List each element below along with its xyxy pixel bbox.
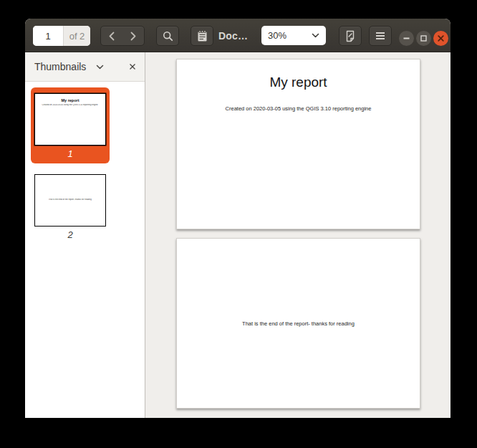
report-subtitle: Created on 2020-03-05 using the QGIS 3.1… — [177, 105, 420, 112]
annotations-button[interactable] — [191, 26, 213, 46]
header-bar: of 2 — [25, 19, 450, 52]
document-viewer-window: of 2 — [25, 19, 450, 418]
thumbnail-list: My report Created on 2020-03-05 using th… — [25, 82, 145, 240]
sidebar-mode-label[interactable]: Thumbnails — [34, 61, 86, 72]
page-number-input[interactable] — [33, 26, 63, 46]
search-button[interactable] — [156, 26, 179, 46]
thumbnail-page-2-number: 2 — [31, 229, 110, 240]
thumbnails-sidebar: Thumbnails My report Created on 2020-03-… — [25, 52, 145, 418]
close-sidebar-icon — [129, 63, 136, 70]
page-note-icon — [345, 30, 355, 42]
report-title: My report — [177, 75, 420, 90]
sidebar-header: Thumbnails — [25, 52, 145, 82]
page-total-label: of 2 — [63, 26, 90, 46]
previous-page-button[interactable] — [101, 27, 122, 45]
document-page-1: My report Created on 2020-03-05 using th… — [176, 59, 420, 229]
thumbnail-page-2-body: That is the end of the report- thanks fo… — [49, 199, 92, 201]
sidebar-mode-chevron-down-icon[interactable] — [96, 65, 104, 70]
menu-button[interactable] — [369, 26, 392, 46]
minimize-button[interactable] — [399, 31, 414, 46]
thumbnail-page-2-preview: That is the end of the report- thanks fo… — [34, 174, 106, 227]
search-icon — [163, 31, 173, 42]
thumbnail-page-1-subtitle: Created on 2020-03-05 using the QGIS 3.1… — [42, 104, 98, 106]
page-nav-group — [100, 26, 145, 46]
close-button[interactable] — [433, 31, 448, 46]
notepad-icon — [197, 30, 208, 42]
chevron-right-icon — [130, 32, 136, 41]
report-closing-text: That is the end of the report- thanks fo… — [242, 320, 355, 327]
minimize-icon — [403, 37, 410, 39]
page-selector: of 2 — [33, 26, 90, 46]
page-annotate-button[interactable] — [339, 26, 362, 46]
thumbnail-page-1-title: My report — [35, 98, 105, 103]
maximize-icon — [420, 35, 427, 42]
close-icon — [438, 35, 444, 42]
zoom-level-select[interactable]: 30% — [261, 26, 326, 45]
thumbnail-page-1-number: 1 — [31, 148, 110, 159]
zoom-level-value: 30% — [268, 30, 312, 41]
window-title: Doc… — [218, 19, 248, 52]
sidebar-close-button[interactable] — [129, 63, 136, 70]
chevron-left-icon — [109, 32, 115, 41]
chevron-down-icon — [312, 33, 319, 38]
thumbnail-page-2[interactable]: That is the end of the report- thanks fo… — [31, 168, 110, 240]
thumbnail-page-1-preview: My report Created on 2020-03-05 using th… — [34, 93, 106, 146]
document-view[interactable]: My report Created on 2020-03-05 using th… — [146, 52, 450, 418]
next-page-button[interactable] — [122, 27, 144, 45]
document-page-2: That is the end of the report- thanks fo… — [176, 238, 420, 409]
maximize-button[interactable] — [416, 31, 431, 46]
hamburger-menu-icon — [375, 32, 385, 40]
thumbnail-page-1[interactable]: My report Created on 2020-03-05 using th… — [31, 87, 110, 163]
